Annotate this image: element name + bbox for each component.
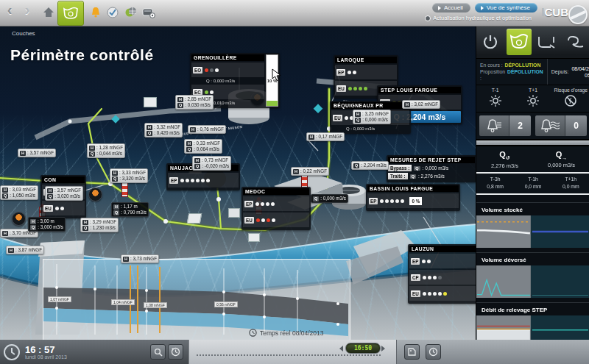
network-icon[interactable] (122, 4, 140, 21)
slider-right-arrow[interactable] (381, 346, 385, 351)
status-dot-white (271, 202, 275, 206)
outfall-mode-icon[interactable] (563, 29, 588, 55)
station-title: MESURES DE REJET STEP (388, 157, 475, 163)
timeline-track[interactable] (197, 354, 381, 356)
station-title: MEDOC (243, 188, 309, 195)
status-dot-white (428, 292, 431, 296)
station-lauzun[interactable]: LAUZUNEPCPEU (408, 244, 476, 304)
volume-deverse-chart (476, 265, 589, 298)
status-dot-white (60, 207, 64, 210)
station-bassin-louis-fargue[interactable]: BASSIN LOUIS FARGUEEP0 % (366, 184, 460, 211)
tab-vue-de-synthese[interactable]: Vue de synthèse (475, 3, 537, 13)
station-title: CON (42, 176, 85, 183)
status-dot-green (348, 87, 352, 90)
small-structure (144, 97, 157, 107)
no-storm-icon (564, 94, 577, 107)
measure-label: H: 3,57 mNGFQ: 3,020 m3/s (45, 186, 83, 201)
measure-label: H: 3,29 mNGFQ: 1,230 m3/s (80, 218, 119, 232)
slider-left-arrow[interactable] (339, 346, 343, 351)
profile-elevation-label: 1,04 mNGF (111, 299, 135, 305)
station-title: LAROQUE (335, 57, 397, 63)
mode-icon-bar (476, 26, 589, 59)
search-button[interactable] (150, 344, 166, 360)
q-recirculation-icon: Q↺ (476, 150, 533, 161)
operator-avatar[interactable] (12, 212, 26, 226)
status-dot-white (201, 179, 205, 182)
bookmark-button[interactable] (404, 344, 420, 360)
status-dot-white (348, 71, 351, 74)
status-row: EP (335, 65, 397, 79)
measure-label: H: 2,85 mNGFQ: 0,030 m3/s (175, 95, 214, 110)
tab-arrow-icon (481, 6, 484, 10)
alarm-overflow-tile[interactable]: 0 (535, 115, 587, 136)
flow-summary: Q↺ 2,276 m3/s Q→ 0,000 m3/s (476, 146, 589, 174)
station-q-value: Q : 0,000 m3/s (331, 126, 409, 132)
tab-accueil[interactable]: Accueil (432, 3, 470, 13)
back-icon[interactable]: ‹ (1, 1, 18, 18)
status-dot-white (438, 292, 442, 296)
validate-icon[interactable] (104, 4, 121, 21)
layers-menu[interactable]: Couches (12, 30, 35, 37)
status-dot-white (55, 207, 59, 210)
mode-en-cours: DÉPOLLUTION (505, 62, 541, 68)
alarm-counters: 2 0 (476, 113, 589, 140)
station-mesures-de-rejet-step[interactable]: MESURES DE REJET STEPBypass :Q: 0,000 m3… (387, 155, 476, 182)
alarm-strip (476, 140, 589, 146)
status-row: EU (243, 213, 309, 227)
status-bullet-icon (425, 15, 431, 21)
weather-forecast: T-1 T+1 Risque d'orage (476, 85, 589, 113)
power-icon[interactable] (478, 29, 503, 55)
measure-label: H: 0,22 mNGF (291, 167, 329, 176)
volume-deverse-title: Volume déversé (476, 252, 589, 265)
station-title: GRENOUILLÈRE (191, 54, 264, 61)
status-dot-white (261, 202, 264, 206)
alarm-list-tile[interactable]: 2 (479, 115, 531, 136)
tab-label: Vue de synthèse (487, 4, 530, 11)
pump-marker[interactable] (301, 174, 308, 188)
home-icon[interactable] (40, 4, 57, 21)
timeline[interactable]: 16:50 (188, 340, 397, 364)
history-button[interactable] (168, 344, 183, 360)
status-dot-white (423, 292, 426, 296)
measure-label: H: 3,73 mNGF (121, 254, 159, 263)
database-icon[interactable] (140, 4, 158, 21)
station-title: LAUZUN (409, 246, 476, 252)
status-dot-white (266, 202, 269, 206)
top-toolbar: ‹ › Accueil Vue de synthèse (0, 0, 589, 26)
schedule-button[interactable] (426, 344, 441, 360)
profile-panel: 1,07 mNGF1,04 mNGF1,08 mNGF0,56 mNGF (43, 259, 350, 340)
sun-icon (489, 94, 502, 107)
pump-marker[interactable] (121, 182, 128, 197)
status-dot-white (210, 90, 214, 94)
weir-mode-icon[interactable] (535, 29, 560, 55)
scada-window: ‹ › Accueil Vue de synthèse (0, 0, 589, 364)
clock-icon (3, 343, 21, 361)
bell-waves-icon (535, 115, 565, 136)
basin-view-button[interactable] (57, 1, 84, 26)
small-structure (187, 213, 202, 224)
measure-label: H: 3,57 mNGF (18, 149, 56, 157)
mouse-cursor (272, 68, 281, 82)
status-dot-red (256, 218, 260, 222)
forward-icon[interactable]: › (19, 1, 35, 18)
status-row: EO (191, 63, 264, 77)
station-medoc[interactable]: MEDOCEPEU (241, 187, 311, 230)
status-dot-white (255, 202, 259, 206)
synoptic-map[interactable]: 1,07 mNGF1,04 mNGF1,08 mNGF0,56 mNGF Tem… (0, 26, 476, 340)
status-dot-white (422, 260, 426, 263)
volume-stocke-chart (476, 215, 589, 248)
timeline-slider-value[interactable]: 16:50 (345, 343, 381, 354)
depollution-mode-icon[interactable] (507, 29, 532, 55)
profile-elevation-label: 1,07 mNGF (48, 296, 71, 302)
status-dot-white (423, 276, 426, 279)
measure-label: H: 3,25 mNGFQ: 0,000 m3/s (353, 110, 391, 124)
alarm-count: 0 (565, 115, 587, 136)
measure-label: H: 3,00 mQ: 3,000 m3/s (28, 217, 66, 232)
alarm-bell-icon[interactable] (87, 4, 105, 21)
current-time: 16 : 57 (25, 345, 67, 354)
agency-stamp-icon (568, 5, 588, 24)
station-title: BÉQUIGNEAUX PR (331, 102, 409, 109)
measure-label: H: 0,76 mNGF (188, 125, 226, 134)
operator-avatar[interactable] (88, 188, 102, 201)
small-structure (248, 233, 260, 242)
